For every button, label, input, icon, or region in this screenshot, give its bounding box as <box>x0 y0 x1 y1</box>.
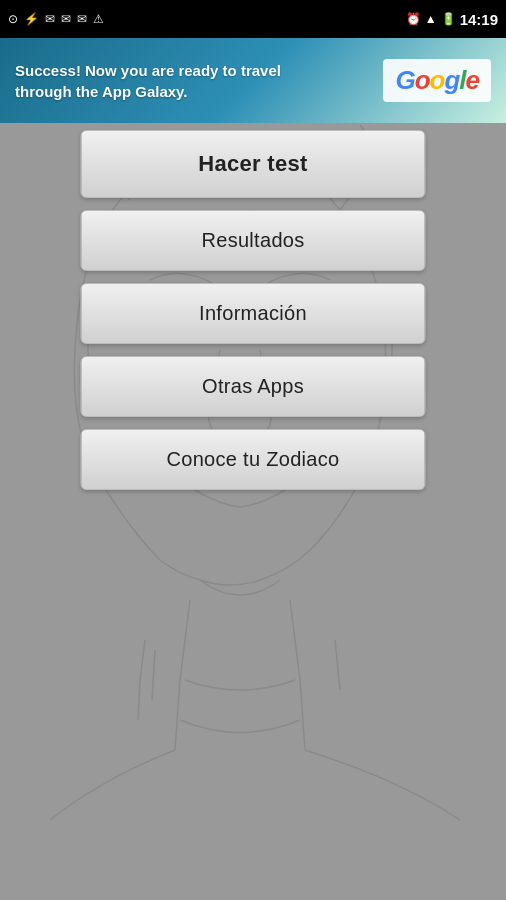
hacer-test-button[interactable]: Hacer test <box>81 130 426 198</box>
ad-banner[interactable]: Success! Now you are ready to travel thr… <box>0 38 506 123</box>
android-icon: ⊙ <box>8 12 18 26</box>
status-bar-right-icons: ⏰ ▲ 🔋 14:19 <box>406 11 498 28</box>
otras-apps-button[interactable]: Otras Apps <box>81 356 426 417</box>
ad-logo: Google <box>383 59 491 102</box>
message-icon: ✉ <box>61 12 71 26</box>
status-bar: ⊙ ⚡ ✉ ✉ ✉ ⚠ ⏰ ▲ 🔋 14:19 <box>0 0 506 38</box>
gmail-icon: ✉ <box>45 12 55 26</box>
email-icon: ✉ <box>77 12 87 26</box>
menu-container: Hacer test Resultados Información Otras … <box>81 130 426 502</box>
conoce-zodiaco-button[interactable]: Conoce tu Zodiaco <box>81 429 426 490</box>
status-bar-left-icons: ⊙ ⚡ ✉ ✉ ✉ ⚠ <box>8 12 104 26</box>
resultados-button[interactable]: Resultados <box>81 210 426 271</box>
informacion-button[interactable]: Información <box>81 283 426 344</box>
signal-icon: ▲ <box>425 12 437 26</box>
ad-text: Success! Now you are ready to travel thr… <box>15 60 301 102</box>
warning-icon: ⚠ <box>93 12 104 26</box>
battery-icon: 🔋 <box>441 12 456 26</box>
usb-icon: ⚡ <box>24 12 39 26</box>
status-time: 14:19 <box>460 11 498 28</box>
alarm-icon: ⏰ <box>406 12 421 26</box>
